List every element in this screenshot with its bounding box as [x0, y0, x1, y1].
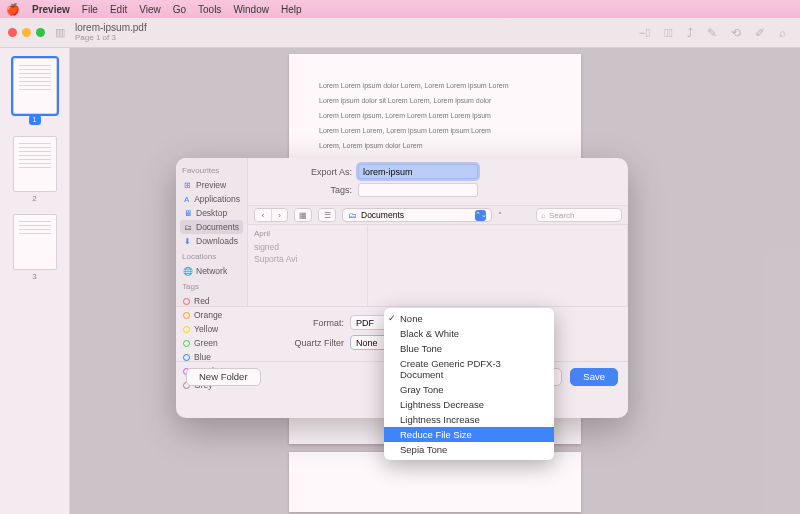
- folder-icon: 🗂: [348, 210, 357, 220]
- filter-option[interactable]: Black & White: [384, 326, 554, 341]
- folder-icon: 🖥: [183, 209, 192, 218]
- minimize-window-button[interactable]: [22, 28, 31, 37]
- text-line: Lorem Lorem ipsum dolor Lorem, Lorem Lor…: [319, 82, 551, 89]
- folder-icon: ⊞: [183, 181, 192, 190]
- quartz-filter-menu[interactable]: NoneBlack & WhiteBlue ToneCreate Generic…: [384, 308, 554, 460]
- sidebar-heading-tags: Tags: [182, 282, 241, 291]
- group-by-segment[interactable]: ☰: [318, 208, 336, 222]
- sidebar-item-label: Downloads: [196, 236, 238, 246]
- save-button[interactable]: Save: [570, 368, 618, 386]
- filter-option[interactable]: Create Generic PDFX-3 Document: [384, 356, 554, 382]
- search-placeholder: Search: [549, 211, 574, 220]
- apple-menu-icon[interactable]: 🍎: [6, 3, 20, 16]
- pdf-page: [289, 452, 581, 512]
- page-indicator: Page 1 of 3: [75, 33, 147, 42]
- search-icon[interactable]: ⌕: [779, 26, 786, 40]
- network-icon: 🌐: [183, 267, 192, 276]
- sidebar-item-applications[interactable]: AApplications: [180, 192, 243, 206]
- filter-option[interactable]: Gray Tone: [384, 382, 554, 397]
- page-thumbnail[interactable]: 1: [13, 58, 57, 114]
- page-thumbnail[interactable]: 3: [13, 214, 57, 270]
- collapse-button[interactable]: ˄: [498, 211, 502, 220]
- zoom-window-button[interactable]: [36, 28, 45, 37]
- filter-option[interactable]: Reduce File Size: [384, 427, 554, 442]
- window-controls: [8, 28, 45, 37]
- menu-go[interactable]: Go: [173, 4, 186, 15]
- search-icon: ⌕: [541, 211, 546, 220]
- location-label: Documents: [361, 210, 404, 220]
- filter-option[interactable]: None: [384, 311, 554, 326]
- thumbnail-page-number: 3: [14, 272, 56, 281]
- sidebar-toggle-icon[interactable]: ▥: [55, 26, 65, 39]
- file-browser-sidebar: Favourites ⊞PreviewAApplications🖥Desktop…: [176, 158, 248, 306]
- highlight-icon[interactable]: ✎: [707, 26, 717, 40]
- filter-option[interactable]: Lightness Increase: [384, 412, 554, 427]
- file-browser-toolbar: ‹ › ▦ ☰ 🗂 Documents ⌃⌄ ˄ ⌕ Sea: [248, 205, 628, 225]
- file-item[interactable]: signed: [254, 241, 361, 253]
- page-thumbnail[interactable]: 2: [13, 136, 57, 192]
- quartz-filter-label: Quartz Filter: [176, 338, 350, 348]
- tag-label: Red: [194, 296, 210, 306]
- quartz-filter-value: None: [356, 338, 378, 348]
- menu-help[interactable]: Help: [281, 4, 302, 15]
- sidebar-heading-favourites: Favourites: [182, 166, 241, 175]
- file-item[interactable]: Suporta Avi: [254, 253, 361, 265]
- markup-icon[interactable]: ✐: [755, 26, 765, 40]
- text-line: Lorem Lorem Lorem, Lorem ipsum Lorem ips…: [319, 127, 551, 134]
- app-name[interactable]: Preview: [32, 4, 70, 15]
- filter-option[interactable]: Sepia Tone: [384, 442, 554, 457]
- menu-edit[interactable]: Edit: [110, 4, 127, 15]
- tags-input[interactable]: [358, 183, 478, 197]
- format-value: PDF: [356, 318, 374, 328]
- thumbnail-page-number: 1: [29, 115, 41, 125]
- file-browser-columns: April signed Suporta Avi: [248, 225, 628, 306]
- share-icon[interactable]: ⤴: [687, 26, 693, 40]
- zoom-in-icon[interactable]: ＋⃝: [664, 26, 673, 40]
- text-line: Lorem Lorem ipsum, Lorem Lorem Lorem Lor…: [319, 112, 551, 119]
- thumbnail-page-number: 2: [14, 194, 56, 203]
- text-line: Lorem, Lorem ipsum dolor Lorem: [319, 142, 551, 149]
- thumbnail-sidebar: 1 2 3: [0, 48, 70, 514]
- menu-window[interactable]: Window: [233, 4, 269, 15]
- filter-option[interactable]: Blue Tone: [384, 341, 554, 356]
- nav-back-forward: ‹ ›: [254, 208, 288, 222]
- sidebar-item-label: Preview: [196, 180, 226, 190]
- zoom-out-icon[interactable]: −⃝: [639, 26, 650, 40]
- menubar[interactable]: 🍎 Preview File Edit View Go Tools Window…: [0, 0, 800, 18]
- location-popup[interactable]: 🗂 Documents ⌃⌄: [342, 208, 492, 222]
- back-button[interactable]: ‹: [255, 209, 271, 221]
- folder-icon: A: [183, 195, 190, 204]
- menu-view[interactable]: View: [139, 4, 161, 15]
- icon-view-button[interactable]: ▦: [295, 209, 311, 221]
- menu-file[interactable]: File: [82, 4, 98, 15]
- folder-icon: ⬇: [183, 237, 192, 246]
- rotate-icon[interactable]: ⟲: [731, 26, 741, 40]
- tag-color-icon: [183, 298, 190, 305]
- window-toolbar: ▥ lorem-ipsum.pdf Page 1 of 3 −⃝ ＋⃝ ⤴ ✎ …: [0, 18, 800, 48]
- sidebar-item-desktop[interactable]: 🖥Desktop: [180, 206, 243, 220]
- sidebar-item-label: Network: [196, 266, 227, 276]
- format-label: Format:: [176, 318, 350, 328]
- view-mode-segment[interactable]: ▦: [294, 208, 312, 222]
- sidebar-item-label: Documents: [196, 222, 239, 232]
- sidebar-item-documents[interactable]: 🗂Documents: [180, 220, 243, 234]
- sidebar-item-network[interactable]: 🌐Network: [180, 264, 243, 278]
- group-button[interactable]: ☰: [319, 209, 335, 221]
- folder-icon: 🗂: [183, 223, 192, 232]
- text-line: Lorem ipsum dolor sit Lorem Lorem, Lorem…: [319, 97, 551, 104]
- sidebar-item-label: Desktop: [196, 208, 227, 218]
- document-title: lorem-ipsum.pdf: [75, 23, 147, 33]
- sidebar-heading-locations: Locations: [182, 252, 241, 261]
- column-date-header: April: [254, 229, 361, 238]
- sidebar-item-downloads[interactable]: ⬇Downloads: [180, 234, 243, 248]
- tags-label: Tags:: [258, 185, 358, 195]
- sidebar-item-label: Applications: [194, 194, 240, 204]
- search-field[interactable]: ⌕ Search: [536, 208, 622, 222]
- export-as-input[interactable]: [358, 164, 478, 179]
- new-folder-button[interactable]: New Folder: [186, 368, 261, 386]
- forward-button[interactable]: ›: [271, 209, 287, 221]
- close-window-button[interactable]: [8, 28, 17, 37]
- filter-option[interactable]: Lightness Decrease: [384, 397, 554, 412]
- menu-tools[interactable]: Tools: [198, 4, 221, 15]
- sidebar-item-preview[interactable]: ⊞Preview: [180, 178, 243, 192]
